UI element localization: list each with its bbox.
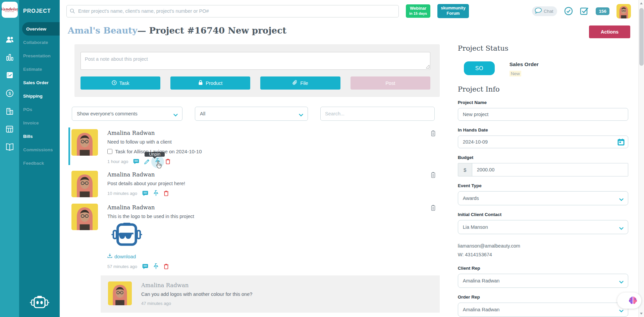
event-type-label: Event Type <box>458 183 628 188</box>
sidebar-item-shipping[interactable]: Shipping <box>19 89 60 103</box>
in-hands-date-label: In Hands Date <box>458 127 628 133</box>
file-button[interactable]: File <box>260 76 340 90</box>
approvals-clock-icon[interactable] <box>564 7 573 15</box>
task-checkbox[interactable] <box>107 149 112 154</box>
comments-filter-select[interactable]: Show everyone's comments <box>72 107 182 121</box>
chat-button[interactable]: Chat <box>532 6 557 16</box>
svg-text:$: $ <box>8 91 11 96</box>
orders-grid-icon[interactable] <box>6 125 13 133</box>
webinar-button[interactable]: Webinar in 15 days <box>406 4 430 17</box>
sidebar-item-feedback[interactable]: Feedback <box>19 156 60 170</box>
sidebar-item-bills[interactable]: Bills <box>19 129 60 143</box>
client-link[interactable]: Amal's Beauty <box>68 25 137 36</box>
sidebar-item-invoice[interactable]: Invoice <box>19 116 60 129</box>
post-button[interactable]: Post <box>351 76 430 90</box>
task-button[interactable]: Task <box>80 76 160 90</box>
budget-input[interactable] <box>472 163 628 176</box>
edit-pencil-icon[interactable] <box>144 159 150 164</box>
status-name: Sales Order <box>509 61 539 67</box>
note-input[interactable] <box>80 52 430 70</box>
delete-trash-icon[interactable] <box>164 263 169 269</box>
sidebar-item-overview[interactable]: Overview <box>22 22 60 36</box>
vandelay-logo[interactable]: Vandelay PROMOTIONS <box>2 2 18 18</box>
feed-search-input[interactable] <box>320 107 435 121</box>
comment-author: Amalina Radwan <box>107 204 440 211</box>
reports-icon[interactable] <box>6 54 13 61</box>
scroll-up-arrow-icon[interactable] <box>640 2 643 4</box>
avatar <box>71 171 98 197</box>
clients-icon[interactable] <box>5 36 14 43</box>
chevron-down-icon <box>299 112 303 118</box>
type-filter-select[interactable]: All <box>195 107 308 121</box>
page-scrollbar[interactable] <box>638 0 644 317</box>
calendar-icon[interactable] <box>618 139 625 147</box>
pin-icon[interactable] <box>153 190 159 196</box>
comment-text: Can you add logos with another colour fo… <box>141 292 433 297</box>
vandelay-logo-name: Vandelay <box>2 7 18 11</box>
status-substatus: New <box>509 71 521 76</box>
sidebar-item-sales-order[interactable]: Sales Order <box>19 76 60 89</box>
comment-text: Need to follow up with a client <box>107 139 440 145</box>
comment-author: Amalina Radwan <box>107 171 440 178</box>
event-type-select[interactable]: Awards <box>458 191 628 205</box>
order-rep-select[interactable]: Amalina Radwan <box>458 303 628 317</box>
sidebar-item-collaborate[interactable]: Collaborate <box>19 36 60 49</box>
product-button[interactable]: Product <box>170 76 250 90</box>
comment-note-icon[interactable] <box>142 191 148 196</box>
project-sidebar: PROJECT Overview Collaborate Presentatio… <box>19 0 60 317</box>
skummunity-forum-button[interactable]: skummunity Forum <box>437 4 469 18</box>
sidebar-item-presentation[interactable]: Presentation <box>19 49 60 62</box>
status-badge: SO <box>464 61 495 75</box>
comment-timestamp: 57 minutes ago <box>107 264 137 269</box>
clipboard-icon[interactable] <box>431 130 435 137</box>
comment-note-icon[interactable] <box>133 159 139 164</box>
sidebar-item-commissions[interactable]: Commissions <box>19 143 60 156</box>
suppliers-icon[interactable] <box>6 108 14 115</box>
sidebar-item-pos[interactable]: POs <box>19 103 60 116</box>
comment-text: Post details about your project here! <box>107 181 440 186</box>
comment-note-icon[interactable] <box>142 264 148 269</box>
project-status-heading: Project Status <box>458 44 628 52</box>
robot-mascot-icon[interactable] <box>19 296 60 310</box>
vandelay-logo-sub: PROMOTIONS <box>5 11 14 12</box>
download-link[interactable]: download <box>107 253 440 259</box>
chevron-down-icon <box>173 112 178 118</box>
search-icon <box>70 8 75 15</box>
in-hands-date-input[interactable] <box>458 136 628 148</box>
contact-email: liamanson@amalbeauty.com <box>458 242 628 250</box>
chevron-down-icon <box>619 197 624 202</box>
notification-count-badge[interactable]: 156 <box>596 7 609 15</box>
page-title: Amal's Beauty— Project #16740 New projec… <box>68 25 286 36</box>
scroll-down-arrow-icon[interactable] <box>640 313 643 315</box>
pin-icon[interactable] <box>153 263 159 269</box>
comment-pinned: Amalina Radwan Need to follow up with a … <box>70 126 440 168</box>
scrollbar-thumb[interactable] <box>639 8 644 66</box>
clipboard-icon[interactable] <box>431 205 435 211</box>
chevron-down-icon <box>619 308 624 314</box>
comment-author: Amalina Radwan <box>107 130 440 136</box>
project-number-title: — Project #16740 New project <box>137 25 286 36</box>
clock-icon <box>112 80 117 86</box>
logo-attachment-image[interactable] <box>111 222 440 250</box>
project-name-input[interactable] <box>458 108 628 121</box>
clipboard-icon[interactable] <box>431 172 435 178</box>
comment-author: Amalina Radwan <box>141 282 433 288</box>
resources-book-icon[interactable] <box>5 143 14 151</box>
actions-button[interactable]: Actions <box>589 25 630 38</box>
project-name-label: Project Name <box>458 100 628 105</box>
delete-trash-icon[interactable] <box>165 158 170 164</box>
download-icon <box>107 253 112 259</box>
extension-brain-icon[interactable] <box>617 293 641 309</box>
activity-feed: Task Product File Post Show everyone's c… <box>70 44 440 317</box>
sales-icon[interactable]: $ <box>6 89 14 97</box>
comment-timestamp: 1 hour ago <box>107 159 128 164</box>
delete-trash-icon[interactable] <box>164 190 169 196</box>
client-rep-select[interactable]: Amalina Radwan <box>458 274 628 288</box>
tasks-checkbox-icon[interactable] <box>580 7 589 15</box>
user-avatar[interactable] <box>616 4 631 18</box>
checklist-icon[interactable] <box>6 71 13 79</box>
global-search-input[interactable] <box>66 5 399 17</box>
sidebar-item-estimate[interactable]: Estimate <box>19 62 60 76</box>
note-composer: Task Product File Post <box>74 44 440 97</box>
initial-client-contact-select[interactable]: Lia Manson <box>458 220 628 234</box>
